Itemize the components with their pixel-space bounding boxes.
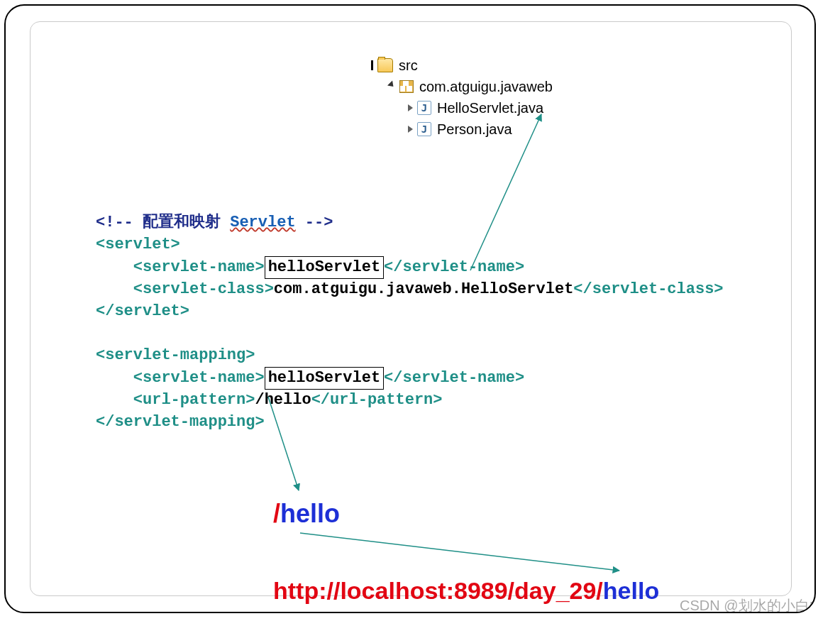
annotation-url-prefix: http://localhost:8989/day_29/ [273,577,603,604]
package-label: com.atguigu.javaweb [419,77,553,97]
servlet-class-close: </servlet-class> [573,280,723,298]
servlet-name-close: </servlet-name> [384,258,524,276]
tree-root-mark [371,60,373,70]
mapping-name-open: <servlet-name> [133,369,265,387]
annotation-hello-text: hello [280,499,340,528]
twisty-open-icon [387,80,396,89]
tree-row-file1: J HelloServlet.java [408,97,553,119]
java-file-icon: J [417,101,431,115]
mapping-name-close: </servlet-name> [384,369,524,387]
tree-row-file2: J Person.java [408,119,553,140]
comment-cn: 配置和映射 [143,214,221,231]
comment-open: <!-- [96,214,143,231]
comment-close: --> [296,214,333,231]
servlet-name-value-1: helloServlet [265,256,384,280]
servlet-name-open: <servlet-name> [133,258,265,276]
xml-config-code: <!-- 配置和映射 Servlet --> <servlet> <servle… [96,212,724,434]
java-file-icon: J [417,122,431,136]
annotation-slash: / [273,499,280,528]
watermark: CSDN @划水的小白白 [680,596,816,613]
servlet-class-open: <servlet-class> [133,280,274,298]
file1-label: HelloServlet.java [437,98,543,119]
arrow-hello-to-url [300,533,619,571]
twisty-closed-icon [408,104,413,111]
file2-label: Person.java [437,119,512,140]
mapping-close-tag: </servlet-mapping> [96,413,265,431]
url-pattern-open: <url-pattern> [133,391,255,409]
servlet-open-tag: <servlet> [96,236,180,253]
package-icon [399,80,414,93]
servlet-class-value: com.atguigu.javaweb.HelloServlet [274,280,573,298]
diagram-frame: src com.atguigu.javaweb J HelloServlet.j… [4,4,816,613]
src-folder-icon [377,58,393,72]
annotation-url: http://localhost:8989/day_29/hello [273,577,659,605]
annotation-url-suffix: hello [603,577,659,604]
package-explorer-tree: src com.atguigu.javaweb J HelloServlet.j… [371,55,553,140]
annotation-hello: /hello [273,499,340,529]
tree-row-package: com.atguigu.javaweb [388,76,553,97]
tree-row-src: src [371,55,553,76]
servlet-name-value-2: helloServlet [265,367,384,390]
comment-keyword: Servlet [230,214,295,231]
diagram-canvas: src com.atguigu.javaweb J HelloServlet.j… [30,21,792,596]
twisty-closed-icon [408,126,413,133]
servlet-close-tag: </servlet> [96,302,189,320]
src-label: src [399,55,418,76]
mapping-open-tag: <servlet-mapping> [96,346,255,364]
url-pattern-value: /hello [255,391,311,409]
url-pattern-close: </url-pattern> [311,391,443,409]
